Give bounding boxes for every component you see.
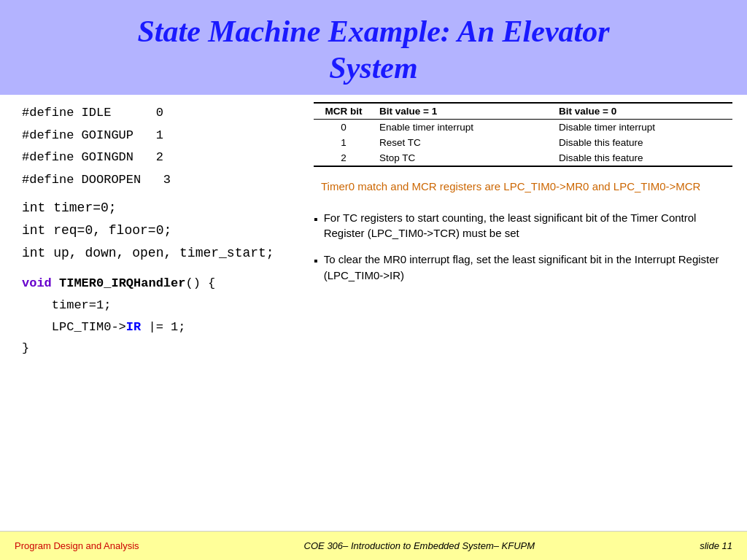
defines-section: #define IDLE 0 #define GOINGUP 1 #define… <box>22 102 292 191</box>
vars-section: int timer=0; int req=0, floor=0; int up,… <box>22 197 292 264</box>
code-block-section: void TIMER0_IRQHandler() { timer=1; LPC_… <box>22 270 292 359</box>
code-void-handler: void TIMER0_IRQHandler() { timer=1; LPC_… <box>22 273 292 359</box>
table-cell-v0-1: Disable this feature <box>553 135 732 150</box>
var-directions: int up, down, open, timer_start; <box>22 242 292 265</box>
right-column: MCR bit Bit value = 1 Bit value = 0 0 En… <box>306 95 747 531</box>
define-idle: #define IDLE 0 <box>22 102 292 125</box>
footer-left-text: Program Design and Analysis <box>15 540 139 551</box>
left-column: #define IDLE 0 #define GOINGUP 1 #define… <box>0 95 306 531</box>
define-dooropen: #define DOOROPEN 3 <box>22 169 292 192</box>
define-goingup: #define GOINGUP 1 <box>22 125 292 147</box>
title-bar: State Machine Example: An Elevator Syste… <box>0 0 747 95</box>
main-content: #define IDLE 0 #define GOINGUP 1 #define… <box>0 95 747 531</box>
bullet-list: For TC registers to start counting, the … <box>314 210 732 284</box>
table-header-bit: MCR bit <box>314 103 374 120</box>
timer-info-text: Timer0 match and MCR registers are LPC_T… <box>314 179 732 195</box>
table-row: 2 Stop TC Disable this feature <box>314 150 732 166</box>
mcr-table: MCR bit Bit value = 1 Bit value = 0 0 En… <box>314 102 732 167</box>
table-header-v0: Bit value = 0 <box>553 103 732 120</box>
table-cell-bit-2: 2 <box>314 150 374 166</box>
footer-right-text: slide 11 <box>700 540 732 551</box>
table-header-v1: Bit value = 1 <box>374 103 553 120</box>
define-goingdn: #define GOINGDN 2 <box>22 147 292 169</box>
var-timer: int timer=0; <box>22 197 292 219</box>
table-cell-v1-2: Stop TC <box>374 150 553 166</box>
table-cell-bit-0: 0 <box>314 120 374 136</box>
table-row: 0 Enable timer interrupt Disable timer i… <box>314 120 732 136</box>
table-cell-v0-2: Disable this feature <box>553 150 732 166</box>
table-cell-v1-1: Reset TC <box>374 135 553 150</box>
slide-title: State Machine Example: An Elevator Syste… <box>15 13 732 87</box>
footer: Program Design and Analysis COE 306– Int… <box>0 531 747 560</box>
footer-center-text: COE 306– Introduction to Embedded System… <box>304 540 535 551</box>
bullet-item-ir: To clear the MR0 interrupt flag, set the… <box>314 252 732 284</box>
table-cell-v0-0: Disable timer interrupt <box>553 120 732 136</box>
table-cell-bit-1: 1 <box>314 135 374 150</box>
table-row: 1 Reset TC Disable this feature <box>314 135 732 150</box>
var-req-floor: int req=0, floor=0; <box>22 219 292 242</box>
bullet-item-tcr: For TC registers to start counting, the … <box>314 210 732 242</box>
table-cell-v1-0: Enable timer interrupt <box>374 120 553 136</box>
